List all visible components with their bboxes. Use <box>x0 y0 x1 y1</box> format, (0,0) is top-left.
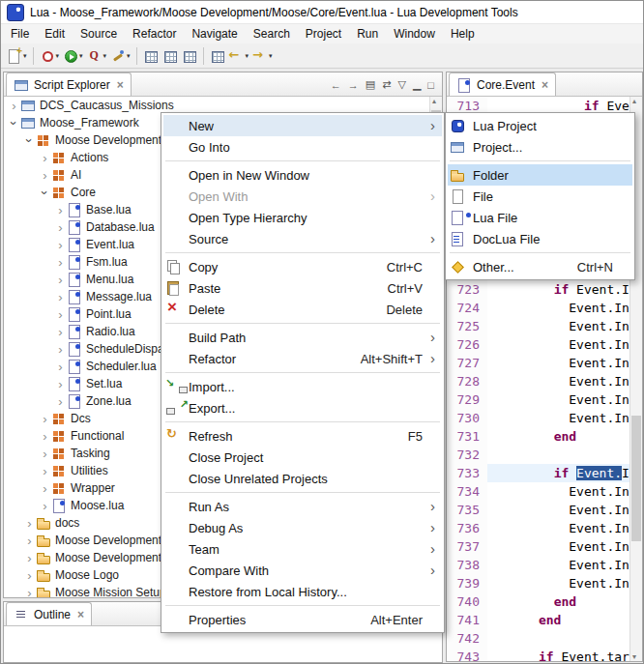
expand-arrow-icon[interactable]: › <box>23 534 36 548</box>
menu-item-other[interactable]: Other...Ctrl+N <box>448 256 632 277</box>
menu-item-new[interactable]: New› <box>163 115 442 136</box>
close-icon[interactable]: × <box>77 609 84 621</box>
menu-run[interactable]: Run <box>349 25 386 43</box>
menu-item-folder[interactable]: Folder <box>448 164 632 186</box>
menu-item-go-into[interactable]: Go Into <box>163 136 442 158</box>
dropdown-arrow-icon[interactable]: ▾ <box>103 52 107 60</box>
code-line-738[interactable]: 738 Event.IniCategory = Unit.Category.ST… <box>447 556 629 574</box>
code-line-728[interactable]: 728 Event.IniDCSGroupName = "" <box>447 372 629 390</box>
code-line-727[interactable]: 727 Event.IniUnitName = Event.IniDCSUnit… <box>447 354 629 372</box>
open-tasks-button[interactable] <box>161 44 180 68</box>
expand-arrow-icon[interactable]: › <box>54 307 67 322</box>
menu-item-lua-file[interactable]: Lua File <box>448 207 632 228</box>
menu-item-paste[interactable]: PasteCtrl+V <box>163 277 442 299</box>
expand-arrow-icon[interactable]: › <box>54 325 67 339</box>
code-line-724[interactable]: 724 Event.IniDCSUnit = Event.initiator <box>447 299 629 317</box>
back-history-button[interactable]: ▾ <box>227 44 251 68</box>
code-line-739[interactable]: 739 Event.IniTypeName = Event.IniDCSUnit… <box>447 574 629 592</box>
expand-arrow-icon[interactable]: › <box>39 481 51 496</box>
expand-arrow-icon[interactable]: › <box>54 220 67 235</box>
expand-arrow-icon[interactable]: › <box>54 238 67 252</box>
dropdown-arrow-icon[interactable]: ▾ <box>127 52 131 60</box>
code-line-732[interactable]: 732 <box>447 446 629 464</box>
menu-item-lua-project[interactable]: Lua Project <box>448 115 632 136</box>
menu-item-properties[interactable]: PropertiesAlt+Enter <box>163 609 442 630</box>
external-tools-button[interactable]: ▾ <box>38 44 62 68</box>
code-line-733[interactable]: 733 if Event.IniObjectCategory == Object… <box>447 464 629 482</box>
link-with-editor-icon[interactable]: ⇄ <box>382 78 391 91</box>
menu-window[interactable]: Window <box>386 25 443 43</box>
minimize-icon[interactable]: ▁ <box>413 78 421 91</box>
expand-arrow-icon[interactable]: › <box>54 203 67 217</box>
expand-arrow-icon[interactable]: › <box>54 290 67 304</box>
title-bar[interactable]: Lua - Moose_Framework/Moose Development/… <box>1 1 643 24</box>
menu-item-doclua-file[interactable]: DocLua File <box>448 228 632 249</box>
expand-arrow-icon[interactable]: › <box>39 447 51 461</box>
code-line-742[interactable]: 742 <box>447 629 629 648</box>
code-line-730[interactable]: 730 Event.IniGroup = GROUP:FindByName( E… <box>447 409 629 427</box>
menu-item-source[interactable]: Source› <box>163 228 442 249</box>
menu-item-copy[interactable]: CopyCtrl+C <box>163 256 442 277</box>
code-line-741[interactable]: 741 end <box>447 611 629 629</box>
expand-arrow-icon[interactable]: › <box>39 151 51 165</box>
expand-arrow-icon[interactable]: › <box>39 499 51 513</box>
expand-arrow-icon[interactable]: › <box>54 394 67 409</box>
expand-arrow-icon[interactable]: › <box>39 429 51 444</box>
code-line-736[interactable]: 736 Event.IniUnitName = Event.IniDCSUnit… <box>447 519 629 537</box>
expand-arrow-icon[interactable]: › <box>54 377 67 391</box>
expand-arrow-icon[interactable]: › <box>23 516 36 531</box>
expand-arrow-icon[interactable]: › <box>39 412 51 426</box>
menu-navigate[interactable]: Navigate <box>184 25 245 43</box>
menu-refactor[interactable]: Refactor <box>125 25 184 43</box>
menu-item-export[interactable]: Export... <box>163 397 442 419</box>
code-line-725[interactable]: 725 Event.IniDCSGroup = Event.IniDCSUnit… <box>447 317 629 335</box>
menu-item-open-type-hierarchy[interactable]: Open Type Hierarchy <box>163 207 442 228</box>
expand-arrow-icon[interactable]: › <box>54 360 67 374</box>
collapse-arrow-icon[interactable]: › <box>7 117 21 130</box>
new-wizard-button[interactable]: ▾ <box>5 44 29 68</box>
last-edit-location-button[interactable] <box>208 44 227 68</box>
menu-item-delete[interactable]: DeleteDelete <box>163 299 442 320</box>
expand-arrow-icon[interactable]: › <box>54 255 67 270</box>
menu-edit[interactable]: Edit <box>37 25 73 43</box>
toggle-panel-button[interactable] <box>180 44 199 68</box>
menu-item-file[interactable]: File <box>448 186 632 207</box>
code-line-743[interactable]: 743 if Event.target then <box>447 648 629 661</box>
tab-core-event[interactable]: Core.Event × <box>449 72 556 96</box>
dropdown-arrow-icon[interactable]: ▾ <box>23 52 27 60</box>
code-line-740[interactable]: 740 end <box>447 592 629 611</box>
code-line-735[interactable]: 735 Event.IniDCSUnitName = Event.IniDCSU… <box>447 501 629 519</box>
dropdown-arrow-icon[interactable]: ▾ <box>246 52 249 60</box>
expand-arrow-icon[interactable]: › <box>23 551 36 565</box>
forward-icon[interactable]: → <box>348 79 359 91</box>
menu-item-open-in-new-window[interactable]: Open in New Window <box>163 164 442 186</box>
menu-project[interactable]: Project <box>298 25 349 43</box>
menu-item-refresh[interactable]: RefreshF5 <box>163 425 442 447</box>
forward-history-button[interactable]: ▾ <box>250 44 275 68</box>
code-line-726[interactable]: 726 Event.IniDCSUnitName = Event.IniDCSU… <box>447 335 629 354</box>
coverage-button[interactable]: ▾ <box>85 44 109 68</box>
dropdown-arrow-icon[interactable]: ▾ <box>269 52 273 60</box>
maximize-icon[interactable]: □ <box>427 79 434 91</box>
expand-arrow-icon[interactable]: › <box>54 342 67 357</box>
menu-item-team[interactable]: Team› <box>163 538 442 560</box>
code-line-737[interactable]: 737 Event.IniUnit = STATIC:FindByName( E… <box>447 537 629 556</box>
dropdown-arrow-icon[interactable]: ▾ <box>79 52 83 60</box>
menu-item-close-project[interactable]: Close Project <box>163 447 442 468</box>
menu-help[interactable]: Help <box>443 25 483 43</box>
menu-item-run-as[interactable]: Run As› <box>163 496 442 517</box>
expand-arrow-icon[interactable]: › <box>23 586 36 598</box>
menu-item-build-path[interactable]: Build Path› <box>163 327 442 348</box>
code-line-731[interactable]: 731 end <box>447 427 629 446</box>
dropdown-arrow-icon[interactable]: ▾ <box>56 52 60 60</box>
menu-item-import[interactable]: Import... <box>163 376 442 397</box>
menu-source[interactable]: Source <box>73 25 125 43</box>
expand-arrow-icon[interactable]: › <box>39 168 51 183</box>
menu-item-compare-with[interactable]: Compare With› <box>163 560 442 581</box>
menu-item-project[interactable]: Project... <box>448 136 632 158</box>
close-icon[interactable]: × <box>117 79 124 91</box>
expand-arrow-icon[interactable]: › <box>8 99 20 113</box>
expand-arrow-icon[interactable]: › <box>39 464 51 478</box>
collapse-arrow-icon[interactable]: › <box>38 187 52 199</box>
tab-script-explorer[interactable]: Script Explorer × <box>6 72 132 96</box>
